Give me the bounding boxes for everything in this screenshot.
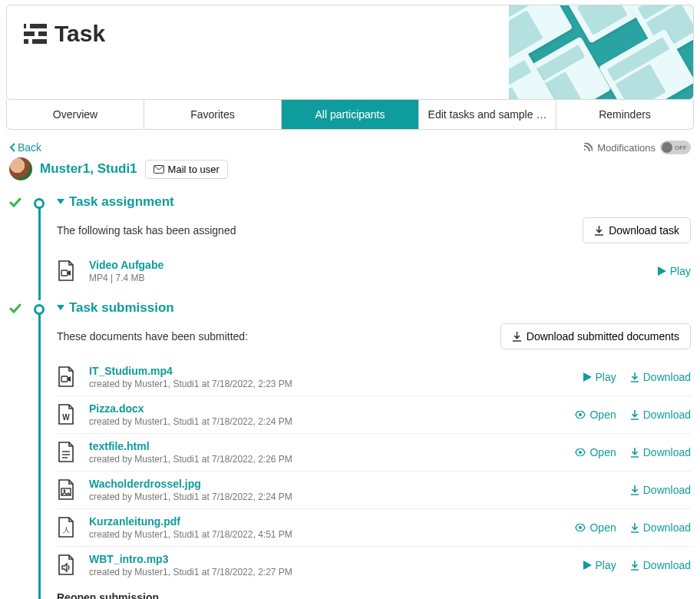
file-name-link[interactable]: Video Aufgabe — [89, 259, 650, 271]
step-subtitle: The following task has been assigned — [57, 224, 236, 237]
play-label: Play — [596, 371, 616, 383]
step-header-submission[interactable]: Task submission — [57, 300, 691, 316]
download-submitted-button[interactable]: Download submitted documents — [500, 323, 691, 349]
file-name-link[interactable]: Wacholderdrossel.jpg — [89, 478, 622, 490]
download-label: Download — [643, 521, 691, 534]
download-label: Download — [643, 409, 691, 421]
open-action[interactable]: Open — [575, 521, 616, 534]
play-icon — [583, 372, 592, 382]
download-action[interactable]: Download — [630, 446, 691, 458]
play-label: Play — [596, 559, 616, 571]
caret-down-icon — [57, 305, 64, 311]
submission-file-row: WBT_intro.mp3created by Muster1, Studi1 … — [57, 547, 691, 584]
download-task-button[interactable]: Download task — [583, 217, 691, 243]
file-meta: created by Muster1, Studi1 at 7/18/2022,… — [89, 454, 567, 465]
submission-file-row: 人Kurzanleitung.pdfcreated by Muster1, St… — [57, 509, 691, 547]
open-icon — [575, 524, 586, 531]
timeline-node — [34, 198, 45, 209]
download-icon — [594, 226, 604, 236]
download-submitted-label: Download submitted documents — [527, 330, 679, 343]
toggle-state: OFF — [675, 144, 687, 151]
timeline-node — [34, 304, 45, 315]
page-title: Task — [54, 21, 105, 47]
open-action[interactable]: Open — [575, 409, 616, 421]
file-video-icon — [57, 260, 81, 282]
open-icon — [575, 448, 586, 456]
file-name-link[interactable]: Kurzanleitung.pdf — [89, 515, 567, 528]
download-action[interactable]: Download — [630, 521, 691, 534]
svg-point-14 — [579, 451, 582, 454]
play-label: Play — [670, 265, 691, 277]
rss-icon — [583, 143, 593, 152]
download-icon — [512, 332, 522, 342]
page-header: Task — [6, 5, 694, 100]
tab-reminders[interactable]: Reminders — [556, 100, 693, 129]
file-meta: created by Muster1, Studi1 at 7/18/2022,… — [89, 416, 567, 427]
play-action[interactable]: Play — [583, 559, 616, 571]
modifications-label: Modifications — [597, 142, 655, 154]
step-title: Task submission — [69, 300, 174, 316]
header-illustration — [509, 5, 693, 100]
play-action[interactable]: Play — [658, 265, 691, 277]
file-meta: created by Muster1, Studi1 at 7/18/2022,… — [89, 491, 622, 502]
open-label: Open — [589, 521, 616, 534]
modifications-toggle[interactable]: OFF — [660, 141, 691, 154]
svg-point-10 — [579, 413, 582, 416]
user-row: Muster1, Studi1 Mail to user — [0, 154, 700, 188]
file-doc-icon: W — [57, 404, 81, 425]
mail-icon — [154, 165, 164, 174]
svg-rect-7 — [61, 270, 68, 276]
play-icon — [583, 561, 592, 570]
back-label: Back — [18, 141, 41, 154]
download-label: Download — [643, 484, 691, 496]
tab-edit-tasks-and-sample[interactable]: Edit tasks and sample … — [419, 100, 556, 129]
tab-bar: OverviewFavoritesAll participantsEdit ta… — [6, 100, 694, 130]
download-action[interactable]: Download — [630, 409, 691, 421]
svg-text:W: W — [62, 413, 70, 422]
step-title: Task assignment — [69, 194, 174, 210]
download-icon — [630, 523, 639, 533]
mail-button-label: Mail to user — [168, 164, 220, 175]
file-name-link[interactable]: IT_Studium.mp4 — [89, 365, 576, 377]
user-name-link[interactable]: Muster1, Studi1 — [40, 161, 137, 177]
tab-favorites[interactable]: Favorites — [144, 100, 282, 129]
svg-text:人: 人 — [63, 526, 70, 534]
file-name-link[interactable]: WBT_intro.mp3 — [89, 553, 576, 565]
download-icon — [630, 561, 639, 571]
file-video-icon — [57, 366, 81, 388]
back-link[interactable]: Back — [9, 141, 41, 154]
submission-file-row: IT_Studium.mp4created by Muster1, Studi1… — [57, 359, 691, 396]
file-name-link[interactable]: Pizza.docx — [89, 402, 567, 415]
download-icon — [630, 372, 639, 382]
open-icon — [575, 411, 586, 419]
svg-rect-2 — [24, 39, 47, 44]
tab-all-participants[interactable]: All participants — [282, 100, 419, 129]
file-meta: created by Muster1, Studi1 at 7/18/2022,… — [89, 567, 576, 577]
svg-rect-4 — [35, 31, 38, 36]
download-label: Download — [643, 446, 691, 458]
svg-point-16 — [64, 490, 66, 492]
svg-rect-3 — [26, 24, 30, 28]
download-action[interactable]: Download — [630, 559, 691, 571]
mail-to-user-button[interactable]: Mail to user — [145, 160, 228, 179]
open-action[interactable]: Open — [575, 446, 616, 458]
file-meta: created by Muster1, Studi1 at 7/18/2022,… — [89, 379, 576, 389]
step-header-assignment[interactable]: Task assignment — [57, 194, 691, 210]
play-icon — [658, 266, 666, 276]
submission-file-row: WPizza.docxcreated by Muster1, Studi1 at… — [57, 396, 691, 434]
modifications-control: Modifications OFF — [583, 141, 691, 154]
open-label: Open — [589, 409, 616, 421]
play-action[interactable]: Play — [583, 371, 616, 383]
download-action[interactable]: Download — [630, 371, 691, 383]
download-icon — [630, 485, 639, 495]
reopen-submission-link[interactable]: Reopen submission — [57, 584, 691, 599]
task-icon — [24, 24, 47, 44]
file-name-link[interactable]: textfile.html — [89, 440, 567, 452]
step-task-submission: Task submission These documents have bee… — [9, 300, 691, 599]
check-icon — [9, 300, 29, 599]
svg-point-18 — [579, 526, 582, 529]
caret-down-icon — [57, 199, 64, 205]
tab-overview[interactable]: Overview — [7, 100, 144, 129]
svg-rect-8 — [61, 376, 68, 382]
download-action[interactable]: Download — [630, 484, 691, 496]
